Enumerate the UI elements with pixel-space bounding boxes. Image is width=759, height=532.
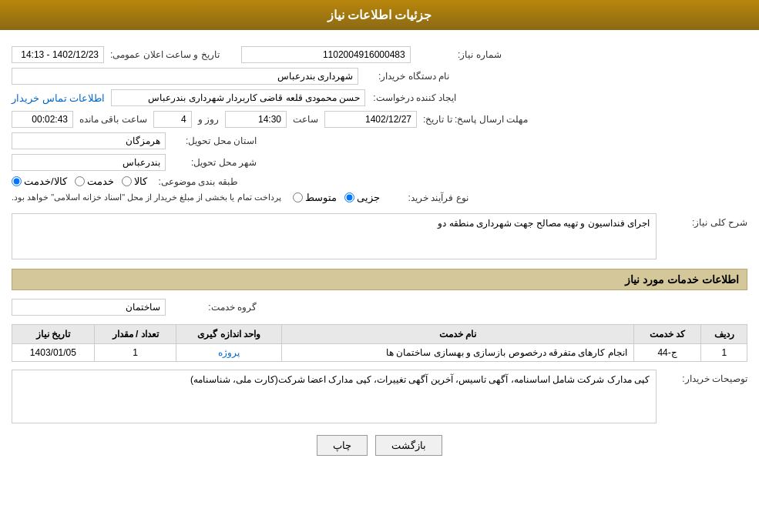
province-label: استان محل تحویل: bbox=[172, 136, 257, 146]
category-radio-kala[interactable]: کالا bbox=[122, 176, 147, 187]
requester-contact-link[interactable]: اطلاعات تماس خریدار bbox=[12, 92, 105, 104]
buyer-notes-section: توصیحات خریدار: کپی مدارک شرکت شامل اساس… bbox=[12, 370, 747, 423]
cell-service-code: ج-44 bbox=[633, 344, 701, 362]
category-kala-khedmat-radio[interactable] bbox=[12, 176, 22, 186]
buyer-notes-box: کپی مدارک شرکت شامل اساسنامه، آگهی تاسیس… bbox=[12, 370, 657, 423]
category-khedmat-label: خدمت bbox=[87, 176, 114, 187]
deadline-time-label: ساعت bbox=[293, 114, 318, 125]
city-label: شهر محل تحویل: bbox=[172, 157, 257, 168]
announcement-date-input bbox=[12, 46, 104, 63]
category-radio-khedmat[interactable]: خدمت bbox=[75, 176, 114, 187]
col-row-num: ردیف bbox=[701, 325, 747, 344]
service-group-label: گروه خدمت: bbox=[172, 302, 257, 313]
back-button[interactable]: بازگشت bbox=[375, 435, 442, 456]
general-desc-row: شرح کلی نیاز: اجرای فنداسیون و تهیه مصال… bbox=[12, 213, 747, 259]
requester-row: ایجاد کننده درخواست: اطلاعات تماس خریدار bbox=[12, 87, 747, 109]
service-group-input bbox=[12, 299, 166, 316]
category-kala-radio[interactable] bbox=[122, 176, 132, 186]
purchase-type-medium-radio[interactable] bbox=[293, 192, 303, 202]
buyer-org-label: نام دستگاه خریدار: bbox=[364, 71, 449, 82]
general-desc-value: اجرای فنداسیون و تهیه مصالح جهت شهرداری … bbox=[438, 218, 650, 229]
cell-quantity: 1 bbox=[94, 344, 176, 362]
print-button[interactable]: چاپ bbox=[317, 435, 368, 456]
header-title: جزئیات اطلاعات نیاز bbox=[327, 8, 432, 22]
deadline-date-input bbox=[324, 111, 417, 128]
need-number-row: شماره نیاز: تاریخ و ساعت اعلان عمومی: bbox=[12, 44, 747, 65]
category-label: طبقه بندی موضوعی: bbox=[153, 176, 238, 187]
purchase-type-label: نوع فرآیند خرید: bbox=[384, 192, 468, 203]
cell-measurement: پروژه bbox=[176, 344, 282, 362]
deadline-time-input bbox=[225, 111, 287, 128]
general-desc-label: شرح کلی نیاز: bbox=[663, 213, 747, 228]
services-table: ردیف کد خدمت نام خدمت واحد اندازه گیری ت… bbox=[12, 324, 747, 362]
deadline-remaining-label: ساعت باقی مانده bbox=[79, 114, 147, 125]
col-measurement: واحد اندازه گیری bbox=[176, 325, 282, 344]
buyer-notes-row: توصیحات خریدار: کپی مدارک شرکت شامل اساس… bbox=[12, 370, 747, 423]
deadline-days-label: روز و bbox=[198, 114, 219, 125]
services-section-title: اطلاعات خدمات مورد نیاز bbox=[12, 269, 747, 290]
table-row: 1 ج-44 انجام کارهای متفرقه درخصوص بازساز… bbox=[12, 344, 747, 362]
requester-label: ایجاد کننده درخواست: bbox=[371, 92, 456, 103]
content-area: شماره نیاز: تاریخ و ساعت اعلان عمومی: نا… bbox=[0, 30, 759, 475]
purchase-type-medium[interactable]: متوسط bbox=[293, 192, 337, 203]
city-input bbox=[12, 154, 166, 171]
purchase-type-note: پرداخت تمام یا بخشی از مبلغ خریدار از مح… bbox=[12, 192, 281, 202]
buyer-notes-value: کپی مدارک شرکت شامل اساسنامه، آگهی تاسیس… bbox=[190, 374, 650, 385]
category-kala-label: کالا bbox=[134, 176, 147, 187]
category-radio-group: کالا/خدمت خدمت کالا bbox=[12, 176, 147, 187]
deadline-days-input bbox=[153, 111, 192, 128]
button-area: بازگشت چاپ bbox=[12, 435, 747, 456]
category-khedmat-radio[interactable] bbox=[75, 176, 85, 186]
category-kala-khedmat-label: کالا/خدمت bbox=[24, 176, 67, 187]
purchase-type-medium-label: متوسط bbox=[305, 192, 337, 203]
cell-need-date: 1403/01/05 bbox=[12, 344, 95, 362]
purchase-type-partial[interactable]: جزیی bbox=[344, 192, 380, 203]
need-number-input bbox=[241, 46, 411, 63]
cell-row-num: 1 bbox=[701, 344, 747, 362]
deadline-row: مهلت ارسال پاسخ: تا تاریخ: ساعت روز و سا… bbox=[12, 109, 747, 130]
col-service-name: نام خدمت bbox=[282, 325, 634, 344]
buyer-org-row: نام دستگاه خریدار: bbox=[12, 65, 747, 87]
city-row: شهر محل تحویل: bbox=[12, 152, 747, 173]
page-container: جزئیات اطلاعات نیاز شماره نیاز: تاریخ و … bbox=[0, 0, 759, 532]
col-need-date: تاریخ نیاز bbox=[12, 325, 95, 344]
deadline-label: مهلت ارسال پاسخ: تا تاریخ: bbox=[423, 114, 528, 125]
col-quantity: تعداد / مقدار bbox=[94, 325, 176, 344]
purchase-type-row: نوع فرآیند خرید: متوسط جزیی پرداخت تمام … bbox=[12, 189, 747, 206]
service-group-row: گروه خدمت: bbox=[12, 296, 747, 318]
announcement-date-label: تاریخ و ساعت اعلان عمومی: bbox=[110, 49, 220, 60]
purchase-type-partial-label: جزیی bbox=[357, 192, 380, 203]
general-desc-box: اجرای فنداسیون و تهیه مصالح جهت شهرداری … bbox=[12, 213, 657, 259]
province-row: استان محل تحویل: bbox=[12, 130, 747, 152]
buyer-notes-label: توصیحات خریدار: bbox=[663, 370, 747, 384]
category-row: طبقه بندی موضوعی: کالا/خدمت خدمت کالا bbox=[12, 173, 747, 189]
need-number-label: شماره نیاز: bbox=[417, 49, 502, 60]
cell-service-name: انجام کارهای متفرقه درخصوص بازسازی و بهس… bbox=[282, 344, 634, 362]
general-desc-section: شرح کلی نیاز: اجرای فنداسیون و تهیه مصال… bbox=[12, 213, 747, 259]
requester-input bbox=[111, 89, 365, 106]
province-input bbox=[12, 132, 166, 149]
buyer-org-input bbox=[12, 68, 358, 85]
category-radio-kala-khedmat[interactable]: کالا/خدمت bbox=[12, 176, 67, 187]
deadline-remaining-input bbox=[12, 111, 73, 128]
page-header: جزئیات اطلاعات نیاز bbox=[0, 0, 759, 30]
col-service-code: کد خدمت bbox=[633, 325, 701, 344]
purchase-type-partial-radio[interactable] bbox=[344, 192, 354, 202]
purchase-type-radio-group: متوسط جزیی bbox=[293, 192, 380, 203]
